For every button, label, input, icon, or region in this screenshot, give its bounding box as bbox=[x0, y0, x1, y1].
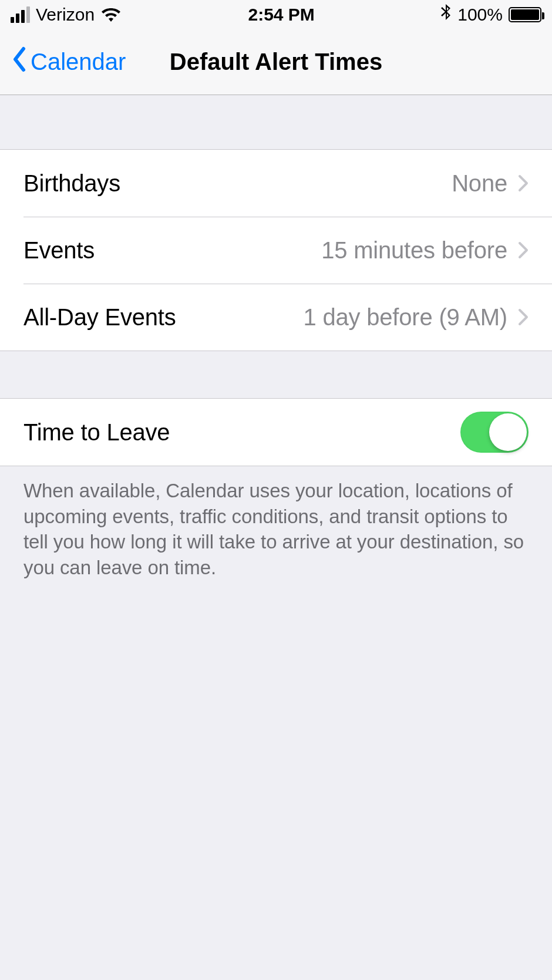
row-value: None bbox=[452, 170, 518, 197]
row-events[interactable]: Events 15 minutes before bbox=[0, 217, 552, 284]
time-to-leave-toggle[interactable] bbox=[460, 412, 529, 453]
time-to-leave-group: Time to Leave bbox=[0, 398, 552, 466]
chevron-right-icon bbox=[518, 241, 529, 259]
bluetooth-icon bbox=[441, 4, 452, 26]
chevron-right-icon bbox=[518, 174, 529, 192]
back-label: Calendar bbox=[31, 49, 126, 75]
battery-percent: 100% bbox=[457, 5, 503, 25]
status-left: Verizon bbox=[11, 5, 122, 25]
row-label: All-Day Events bbox=[23, 304, 176, 331]
status-time: 2:54 PM bbox=[248, 5, 314, 25]
alert-times-group: Birthdays None Events 15 minutes before … bbox=[0, 149, 552, 351]
row-birthdays[interactable]: Birthdays None bbox=[0, 150, 552, 217]
row-label: Time to Leave bbox=[23, 419, 170, 446]
row-value: 15 minutes before bbox=[321, 237, 518, 264]
row-all-day-events[interactable]: All-Day Events 1 day before (9 AM) bbox=[0, 284, 552, 351]
section-spacer bbox=[0, 95, 552, 149]
chevron-right-icon bbox=[518, 308, 529, 326]
status-bar: Verizon 2:54 PM 100% bbox=[0, 0, 552, 29]
cell-signal-icon bbox=[11, 6, 30, 23]
chevron-left-icon bbox=[11, 46, 28, 78]
time-to-leave-description: When available, Calendar uses your locat… bbox=[0, 466, 552, 580]
row-time-to-leave: Time to Leave bbox=[0, 399, 552, 466]
back-button[interactable]: Calendar bbox=[0, 46, 126, 78]
row-label: Events bbox=[23, 237, 95, 264]
wifi-icon bbox=[100, 7, 122, 22]
section-spacer bbox=[0, 351, 552, 398]
toggle-knob bbox=[489, 413, 527, 451]
status-right: 100% bbox=[441, 4, 541, 26]
nav-bar: Calendar Default Alert Times bbox=[0, 29, 552, 95]
row-value: 1 day before (9 AM) bbox=[304, 304, 519, 331]
row-label: Birthdays bbox=[23, 170, 120, 197]
carrier-label: Verizon bbox=[36, 5, 95, 25]
battery-icon bbox=[509, 7, 541, 22]
